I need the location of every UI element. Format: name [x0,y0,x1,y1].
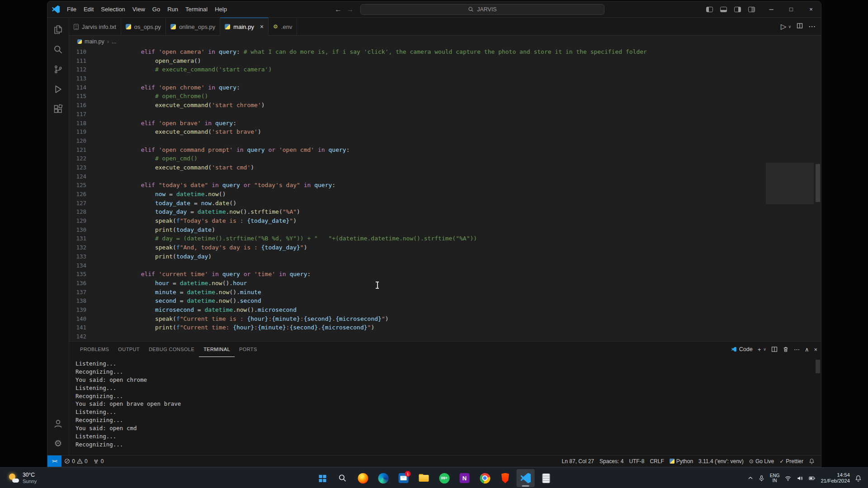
terminal-dropdown-icon[interactable]: ∨ [763,347,766,352]
command-center[interactable]: JARVIS [360,4,604,15]
breadcrumb-more[interactable]: ... [112,38,116,45]
minimize-button[interactable]: ─ [761,1,781,18]
code-line[interactable]: 133 print(today_day) [69,252,821,261]
forward-button[interactable]: → [344,5,356,13]
menu-terminal[interactable]: Terminal [182,4,211,14]
code-line[interactable]: 128 today_day = datetime.now().strftime(… [69,207,821,216]
toggle-sidebar-icon[interactable] [706,7,713,12]
panel-more-actions-icon[interactable]: ⋯ [794,346,800,353]
tab-.env[interactable]: ⚙.env [269,18,297,36]
run-debug-icon[interactable] [47,79,69,99]
menu-view[interactable]: View [129,4,149,14]
code-line[interactable]: 122 # open_cmd() [69,154,821,163]
status-ln-87-col-27[interactable]: Ln 87, Col 27 [559,455,597,467]
outlook-icon[interactable]: 1 [395,469,413,487]
code-line[interactable]: 113 [69,74,821,83]
toggle-secondary-sidebar-icon[interactable] [734,7,741,12]
code-line[interactable]: 142 [69,332,821,341]
explorer-icon[interactable] [47,19,69,39]
run-button[interactable]: ▷ [781,22,786,31]
code-line[interactable]: 124 [69,172,821,181]
close-panel-icon[interactable]: × [814,346,817,353]
panel-tab-problems[interactable]: PROBLEMS [75,342,113,357]
scrollbar-thumb[interactable] [816,164,820,202]
minimap-slider[interactable] [766,163,814,204]
code-line[interactable]: 129 speak(f"Today's date is : {today_dat… [69,216,821,225]
search-icon[interactable] [334,469,352,487]
source-control-icon[interactable] [47,59,69,79]
code-line[interactable]: 130 print(today_date) [69,225,821,235]
problems-status[interactable]: 0 0 [61,455,90,467]
code-line[interactable]: 121 elif 'open command prompt' in query … [69,145,821,155]
volume-icon[interactable] [797,475,803,482]
tab-main.py[interactable]: main.py× [220,18,269,36]
menu-run[interactable]: Run [164,4,182,14]
status-utf-8[interactable]: UTF-8 [626,455,647,467]
whatsapp-icon[interactable]: 99+ [435,469,453,487]
chrome-icon[interactable] [476,469,494,487]
status-go-live[interactable]: ⊙ Go Live [746,455,777,467]
notification-bell-icon[interactable] [855,475,862,482]
status-3-11-4-env-venv-[interactable]: 3.11.4 ('env': venv) [696,455,746,467]
tab-Jarvis info.txt[interactable]: Jarvis info.txt [69,18,121,36]
code-line[interactable]: 116 execute_command('start chrome') [69,101,821,110]
wifi-icon[interactable] [784,475,792,482]
code-line[interactable]: 115 # open_Chrome() [69,92,821,101]
tab-online_ops.py[interactable]: online_ops.py [166,18,220,36]
brave-icon[interactable] [496,469,514,487]
menu-go[interactable]: Go [149,4,164,14]
search-icon[interactable] [47,39,69,59]
language-indicator[interactable]: ENG IN [770,473,780,483]
editor-more-actions-icon[interactable]: ⋯ [808,22,816,31]
code-line[interactable]: 119 execute_command('start brave') [69,127,821,136]
maximize-button[interactable]: □ [781,1,801,18]
code-line[interactable]: 131 # day = (datetime().strftime("%B %d,… [69,234,821,243]
clock[interactable]: 14:54 21/Feb/2024 [821,472,850,484]
close-button[interactable]: × [801,1,821,18]
breadcrumb-file[interactable]: main.py [85,38,104,45]
battery-icon[interactable] [808,475,816,482]
code-line[interactable]: 136 hour = datetime.now().hour [69,279,821,288]
split-terminal-button[interactable] [771,346,778,352]
code-line[interactable]: 135 elif 'current time' in query or 'tim… [69,270,821,279]
settings-icon[interactable]: ⚙ [47,433,69,453]
code-line[interactable]: 127 today_date = now.date() [69,199,821,208]
code-line[interactable]: 118 elif 'open brave' in query: [69,119,821,128]
onenote-icon[interactable]: N [456,469,474,487]
status-notifications-bell-icon[interactable] [806,455,817,467]
panel-tab-terminal[interactable]: TERMINAL [199,342,235,357]
code-line[interactable]: 114 elif 'open chrome' in query: [69,83,821,92]
code-line[interactable]: 139 microsecond = datetime.now().microse… [69,305,821,314]
menu-help[interactable]: Help [211,4,231,14]
customize-layout-icon[interactable] [748,7,755,12]
code-line[interactable]: 112 # execute_command('start camera') [69,65,821,74]
editor-scrollbar[interactable] [815,47,821,341]
ports-status[interactable]: 0 [90,455,107,467]
maximize-panel-icon[interactable]: ∧ [805,346,809,353]
terminal-scrollbar[interactable] [816,360,820,373]
extensions-icon[interactable] [47,99,69,119]
terminal-profile[interactable]: Code [731,346,753,352]
code-line[interactable]: 137 minute = datetime.now().minute [69,288,821,297]
breadcrumb[interactable]: main.py › ... [69,36,821,47]
microphone-icon[interactable] [758,475,765,482]
code-line[interactable]: 120 [69,136,821,145]
tray-chevron-up-icon[interactable] [748,476,753,480]
terminal-output[interactable]: Listening...Recognizing...You said: open… [69,357,821,455]
code-line[interactable]: 111 open_camera() [69,56,821,66]
kill-terminal-button[interactable] [783,346,789,352]
code-line[interactable]: 110 elif 'open camera' in query: # what … [69,47,821,56]
back-button[interactable]: ← [332,5,344,13]
accounts-icon[interactable] [47,413,69,433]
firefox-icon[interactable] [354,469,372,487]
remote-indicator[interactable]: >< [47,455,61,467]
code-line[interactable]: 126 now = datetime.now() [69,190,821,199]
tab-os_ops.py[interactable]: os_ops.py [121,18,166,36]
status-crlf[interactable]: CRLF [647,455,666,467]
code-line[interactable]: 123 execute_command('start cmd') [69,163,821,172]
panel-tab-debug-console[interactable]: DEBUG CONSOLE [144,342,199,357]
code-line[interactable]: 117 [69,110,821,119]
vscode-icon[interactable] [517,469,535,487]
split-editor-button[interactable] [797,23,803,31]
editor[interactable]: 110 elif 'open camera' in query: # what … [69,47,821,341]
